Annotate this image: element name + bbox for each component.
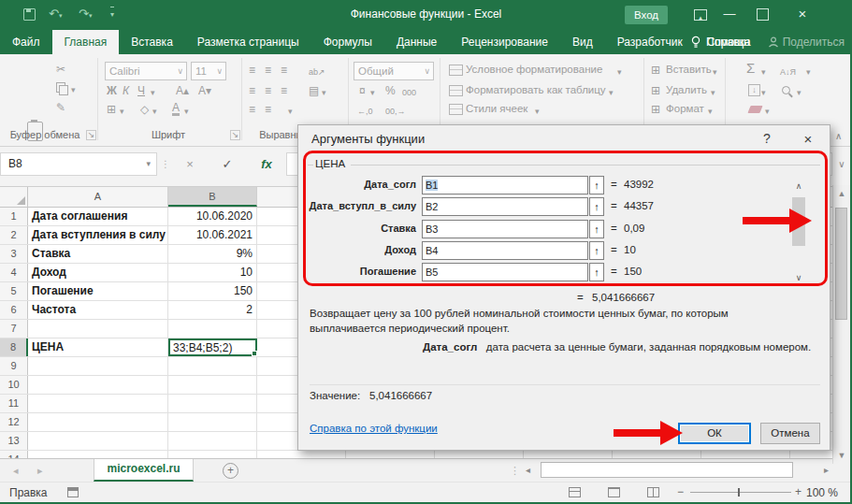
cell-b13[interactable] [168, 432, 257, 450]
align-bottom-icon[interactable]: ≡ [281, 64, 287, 77]
dialog-close-button[interactable]: × [799, 131, 817, 147]
find-select-icon[interactable] [782, 86, 790, 94]
cell-b5[interactable]: 150 [168, 282, 257, 300]
merge-center-icon[interactable]: ▤ [309, 84, 319, 97]
clipboard-dialog-launcher[interactable]: ↘ [86, 130, 96, 140]
collapse-ribbon-button[interactable]: ∧ [835, 131, 842, 141]
cell-a1[interactable]: Дата соглашения [28, 208, 168, 225]
macro-record-icon[interactable] [67, 487, 79, 497]
vertical-scrollbar[interactable]: ▲ ▼ [832, 185, 850, 464]
row-header[interactable]: 13 [0, 432, 28, 450]
tab-file[interactable]: Файл [0, 30, 52, 54]
row-header[interactable]: 4 [0, 264, 28, 281]
zoom-slider-knob[interactable] [738, 488, 740, 497]
insert-function-button[interactable]: fx [256, 152, 277, 176]
cell-b10[interactable] [168, 376, 257, 394]
formula-bar-grip[interactable]: ⋮ [161, 152, 170, 176]
align-top-icon[interactable]: ≡ [249, 64, 255, 77]
cell-b12[interactable] [168, 413, 257, 431]
tab-splitter-grip[interactable]: ⋮ [510, 459, 520, 482]
horizontal-scrollbar[interactable]: ◂ ▸ [524, 462, 832, 479]
row-header[interactable]: 9 [0, 357, 28, 375]
align-center-icon[interactable]: ≡ [265, 84, 271, 97]
tab-insert[interactable]: Вставка [119, 30, 185, 54]
autosum-button[interactable]: Σ [746, 62, 755, 75]
column-header-b[interactable]: B [168, 187, 257, 207]
row-header[interactable]: 3 [0, 245, 28, 263]
align-right-icon[interactable]: ≡ [281, 84, 287, 97]
clear-icon[interactable] [747, 106, 762, 113]
cell-a8[interactable]: ЦЕНА [28, 338, 168, 356]
cell-c14[interactable] [257, 451, 346, 458]
cell-b11[interactable] [168, 395, 257, 412]
page-layout-view-button[interactable] [608, 487, 620, 497]
customize-qat-button[interactable]: ▾ [110, 7, 114, 22]
ribbon-display-options-button[interactable]: ▴ [694, 9, 707, 21]
row-header-8[interactable]: 8 [0, 338, 28, 356]
decrease-indent-icon[interactable]: ≡ [249, 103, 255, 116]
expand-formula-bar-button[interactable]: ∨ [833, 153, 850, 176]
minimize-button[interactable]: — [718, 6, 741, 22]
font-color-icon[interactable]: А [172, 103, 180, 116]
font-size-combo[interactable]: 11∨ [191, 62, 226, 80]
cell-a11[interactable] [28, 395, 168, 412]
cell-a6[interactable]: Частота [28, 301, 168, 319]
row-header[interactable]: 12 [0, 413, 28, 431]
cell-a10[interactable] [28, 376, 168, 394]
scroll-down-icon[interactable]: ▼ [833, 451, 850, 460]
increase-indent-icon[interactable]: ≡ [265, 103, 271, 116]
shrink-font-button[interactable]: А▾ [198, 84, 211, 97]
grow-font-button[interactable]: А▴ [176, 84, 189, 97]
comma-style-button[interactable]: 000 [402, 86, 416, 99]
scroll-right-icon[interactable]: ▸ [824, 463, 829, 478]
horizontal-scroll-thumb[interactable] [541, 462, 793, 478]
scroll-up-icon[interactable]: ▲ [833, 189, 850, 198]
zoom-in-button[interactable]: + [795, 485, 801, 498]
delete-cells-button[interactable]: Удалить [666, 84, 707, 95]
wrap-text-icon[interactable]: ▾ [288, 105, 293, 118]
align-middle-icon[interactable]: ≡ [265, 64, 271, 77]
cell-b9[interactable] [168, 357, 257, 375]
sign-in-button[interactable]: Вход [625, 6, 668, 24]
cell-b6[interactable]: 2 [168, 301, 257, 319]
cancel-entry-button[interactable]: × [180, 152, 200, 176]
row-header[interactable]: 14 [0, 451, 28, 458]
cell-b7[interactable] [168, 320, 257, 338]
cell-a13[interactable] [28, 432, 168, 450]
cell-styles-button[interactable]: Стили ячеек [466, 103, 527, 114]
row-header[interactable]: 11 [0, 395, 28, 412]
font-name-combo[interactable]: Calibri∨ [105, 62, 187, 80]
cell-a14[interactable] [28, 451, 168, 458]
cell-a9[interactable] [28, 357, 168, 375]
undo-button[interactable]: ↶▾ [49, 7, 62, 23]
name-box[interactable]: B8▾ [0, 152, 157, 176]
scroll-left-icon[interactable]: ◂ [526, 463, 530, 478]
format-painter-icon[interactable]: ✎ [56, 101, 65, 114]
decrease-decimal-icon[interactable]: 00,→ [385, 105, 406, 118]
increase-decimal-icon[interactable]: ←,0 [357, 105, 373, 118]
cell-b2[interactable]: 10.06.2021 [168, 226, 257, 244]
normal-view-button[interactable] [569, 487, 581, 497]
close-button[interactable]: × [791, 6, 814, 22]
cell-b14[interactable] [168, 451, 257, 458]
column-header-a[interactable]: A [28, 187, 168, 207]
cell-a3[interactable]: Ставка [28, 245, 168, 263]
enter-entry-button[interactable]: ✓ [217, 152, 238, 176]
zoom-slider[interactable] [690, 492, 791, 493]
row-header[interactable]: 1 [0, 208, 28, 225]
italic-button[interactable]: К [123, 84, 129, 97]
sheet-tab-active[interactable]: microexcel.ru [94, 459, 194, 482]
tab-formulas[interactable]: Формулы [311, 30, 384, 54]
fill-button[interactable]: ↓ [748, 84, 760, 96]
percent-style-button[interactable]: % [385, 84, 396, 97]
save-icon[interactable] [23, 8, 36, 21]
insert-cells-button[interactable]: Вставить [666, 64, 712, 75]
number-format-combo[interactable]: Общий∨ [354, 62, 434, 80]
cell-a4[interactable]: Доход [28, 264, 168, 281]
cell-a12[interactable] [28, 413, 168, 431]
cut-icon[interactable]: ✂ [56, 63, 65, 76]
cell-b4[interactable]: 10 [168, 264, 257, 281]
tab-review[interactable]: Рецензирование [449, 30, 560, 54]
sort-filter-button[interactable]: А↓Я [780, 65, 796, 79]
tab-view[interactable]: Вид [560, 30, 605, 54]
